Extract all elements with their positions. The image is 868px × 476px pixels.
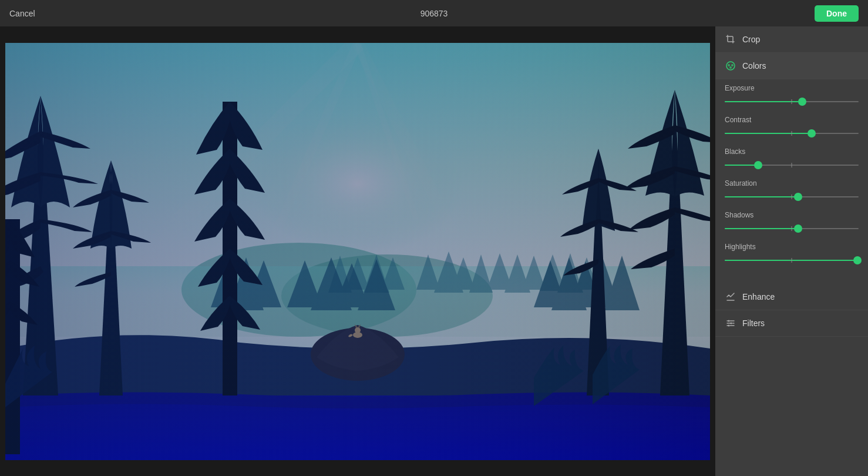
contrast-fill bbox=[725, 133, 812, 134]
highlights-track bbox=[725, 260, 859, 261]
saturation-label: Saturation bbox=[725, 179, 859, 187]
colors-panel-item[interactable]: Colors bbox=[715, 53, 868, 79]
crop-icon bbox=[725, 33, 736, 45]
svg-point-52 bbox=[728, 325, 730, 327]
crop-panel-item[interactable]: Crop bbox=[715, 26, 868, 53]
contrast-label: Contrast bbox=[725, 116, 859, 124]
page-title: 906873 bbox=[420, 9, 448, 18]
svg-point-53 bbox=[731, 323, 732, 324]
saturation-fill bbox=[725, 196, 798, 197]
exposure-slider-container[interactable] bbox=[725, 96, 859, 108]
crop-label: Crop bbox=[742, 35, 760, 44]
filters-icon bbox=[725, 317, 736, 329]
colors-icon bbox=[725, 60, 736, 72]
contrast-thumb[interactable] bbox=[808, 129, 816, 138]
blacks-fill bbox=[725, 165, 758, 166]
saturation-thumb[interactable] bbox=[794, 193, 802, 201]
image-area bbox=[0, 26, 715, 476]
blacks-center bbox=[792, 163, 792, 167]
shadows-track bbox=[725, 228, 859, 229]
contrast-slider-group: Contrast bbox=[725, 116, 859, 139]
saturation-slider-group: Saturation bbox=[725, 179, 859, 203]
highlights-thumb[interactable] bbox=[853, 256, 862, 264]
enhance-label: Enhance bbox=[742, 292, 775, 301]
highlights-label: Highlights bbox=[725, 243, 859, 251]
shadows-thumb[interactable] bbox=[794, 224, 802, 233]
blacks-slider-group: Blacks bbox=[725, 148, 859, 171]
exposure-center bbox=[792, 99, 792, 104]
svg-point-51 bbox=[729, 66, 732, 69]
enhance-panel-item[interactable]: Enhance bbox=[715, 284, 868, 310]
contrast-track bbox=[725, 133, 859, 134]
blacks-thumb[interactable] bbox=[754, 161, 762, 169]
blacks-track bbox=[725, 165, 859, 166]
highlights-center bbox=[792, 258, 792, 263]
done-button[interactable]: Done bbox=[815, 5, 859, 22]
highlights-slider-group: Highlights bbox=[725, 243, 859, 266]
svg-point-54 bbox=[728, 320, 730, 322]
filters-label: Filters bbox=[742, 319, 765, 328]
right-panel: Crop Colors Exposure bbox=[715, 26, 868, 476]
exposure-label: Exposure bbox=[725, 84, 859, 92]
contrast-center bbox=[792, 131, 792, 136]
exposure-thumb[interactable] bbox=[798, 98, 806, 106]
svg-rect-47 bbox=[5, 43, 710, 460]
svg-point-50 bbox=[731, 64, 734, 66]
contrast-slider-container[interactable] bbox=[725, 128, 859, 139]
exposure-fill bbox=[725, 101, 802, 102]
exposure-track bbox=[725, 101, 859, 102]
main-content: Crop Colors Exposure bbox=[0, 26, 868, 476]
topbar: Cancel 906873 Done bbox=[0, 0, 868, 26]
cancel-button[interactable]: Cancel bbox=[9, 9, 35, 18]
saturation-track bbox=[725, 196, 859, 197]
saturation-slider-container[interactable] bbox=[725, 191, 859, 203]
exposure-slider-group: Exposure bbox=[725, 84, 859, 108]
colors-label: Colors bbox=[742, 61, 766, 71]
shadows-center bbox=[792, 226, 792, 231]
highlights-slider-container[interactable] bbox=[725, 254, 859, 266]
shadows-slider-group: Shadows bbox=[725, 211, 859, 234]
forest-image bbox=[5, 43, 710, 460]
shadows-slider-container[interactable] bbox=[725, 223, 859, 234]
shadows-fill bbox=[725, 228, 798, 229]
shadows-label: Shadows bbox=[725, 211, 859, 219]
blacks-slider-container[interactable] bbox=[725, 159, 859, 171]
saturation-center bbox=[792, 195, 792, 199]
blacks-label: Blacks bbox=[725, 148, 859, 156]
colors-section: Exposure Contrast bbox=[715, 79, 868, 284]
filters-panel-item[interactable]: Filters bbox=[715, 310, 868, 337]
enhance-icon bbox=[725, 291, 736, 303]
svg-point-49 bbox=[728, 64, 730, 66]
